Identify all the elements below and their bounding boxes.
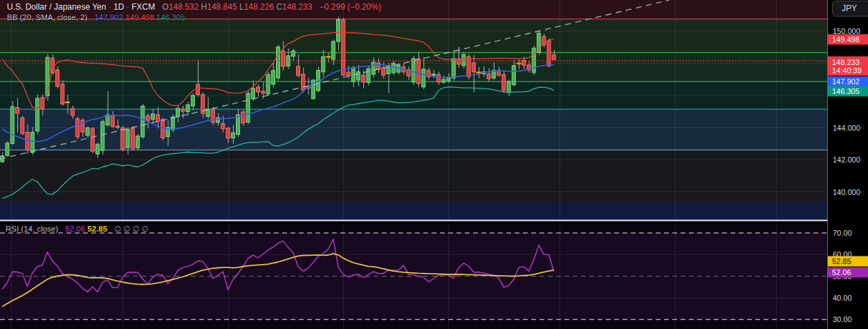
candle-down xyxy=(61,84,64,104)
candle-down xyxy=(487,74,490,79)
bb-values: 147.902 149.498 146.305 xyxy=(95,13,185,21)
candle-down xyxy=(382,68,385,75)
candle-down xyxy=(121,128,124,149)
candle-up xyxy=(86,128,89,135)
candle-down xyxy=(211,110,214,122)
bb-legend[interactable]: BB (20, SMA, close, 2) 147.902 149.498 1… xyxy=(7,13,185,21)
candle-down xyxy=(547,41,551,66)
candle-up xyxy=(271,70,275,84)
candle-up xyxy=(176,109,180,117)
candle-up xyxy=(412,59,415,82)
candle-down xyxy=(377,63,380,70)
rsi-legend[interactable]: RSI (14, close) 52.06 52.85 ∅ ∅ ∅ ∅ xyxy=(6,224,149,234)
candle-down xyxy=(467,57,470,77)
candle-down xyxy=(342,20,345,75)
ohlc-value: 148.532 xyxy=(169,2,198,12)
candle-up xyxy=(231,133,234,138)
candle-up xyxy=(10,106,14,143)
candle-up xyxy=(422,69,425,87)
axis-price-label: 140.000 xyxy=(833,188,860,196)
ohlc-values: O148.532 H148.845 L148.226 C148.233 xyxy=(163,2,315,12)
candle-down xyxy=(131,129,134,149)
candle-down xyxy=(362,75,365,82)
candle-down xyxy=(156,115,160,122)
axis-price-label: 142.000 xyxy=(833,156,860,164)
axis-price-label: 40.00 xyxy=(833,294,852,302)
indicator-price-badge: 146.305 xyxy=(828,86,868,97)
price-axis[interactable]: JPY 150.000144.000142.000140.00070.0060.… xyxy=(827,0,868,329)
candle-down xyxy=(472,63,475,72)
candle-down xyxy=(297,66,300,75)
ohlc-o: O148.532 xyxy=(163,2,201,12)
candle-up xyxy=(126,129,129,148)
rsi-value: 52.85 xyxy=(87,225,109,233)
change-value: −0.299 (−0.20%) xyxy=(320,2,381,12)
symbol-legend[interactable]: U.S. Dollar / Japanese Yen · 1D · FXCM O… xyxy=(7,2,381,12)
candle-up xyxy=(136,136,140,148)
candle-up xyxy=(357,72,360,80)
candle-down xyxy=(261,91,265,93)
candle-up xyxy=(186,105,190,112)
candle-down xyxy=(226,128,230,138)
candle-up xyxy=(337,19,340,41)
symbol-title[interactable]: U.S. Dollar / Japanese Yen xyxy=(7,2,106,12)
candle-down xyxy=(26,132,29,150)
candle-up xyxy=(30,132,34,152)
rsi-label[interactable]: RSI (14, close) xyxy=(6,225,58,233)
candle-down xyxy=(161,120,165,138)
candle-up xyxy=(367,68,370,82)
exchange-label[interactable]: FXCM xyxy=(131,2,155,12)
ohlc-key: C xyxy=(276,2,282,12)
zone-navy xyxy=(0,201,827,220)
candle-down xyxy=(417,59,421,84)
candle-up xyxy=(371,62,375,74)
candle-down xyxy=(347,72,350,75)
candle-up xyxy=(141,106,145,137)
candle-up xyxy=(96,144,100,154)
candle-up xyxy=(277,47,280,78)
candle-down xyxy=(221,124,225,129)
candle-up xyxy=(6,143,9,156)
countdown-timer: 14:40:39 xyxy=(832,66,862,75)
candle-up xyxy=(391,63,395,73)
candle-down xyxy=(181,109,185,111)
axis-price-label: 144.000 xyxy=(833,124,860,132)
candle-down xyxy=(146,116,149,121)
chart-plot-area[interactable] xyxy=(0,0,827,329)
interval-label[interactable]: 1D xyxy=(113,2,124,12)
pane-separator xyxy=(0,220,827,221)
candle-up xyxy=(151,114,154,120)
candle-down xyxy=(542,37,546,45)
trading-chart-app: U.S. Dollar / Japanese Yen · 1D · FXCM O… xyxy=(0,0,868,329)
ohlc-key: H xyxy=(201,2,207,12)
candle-up xyxy=(106,115,109,125)
axis-price-label: 30.00 xyxy=(833,315,852,323)
bb-label[interactable]: BB (20, SMA, close, 2) xyxy=(7,13,87,21)
rsi-value-badge: 52.06 xyxy=(828,267,868,278)
ohlc-c: C148.233 xyxy=(276,2,314,12)
candle-up xyxy=(266,75,270,94)
candle-up xyxy=(36,98,39,131)
candle-up xyxy=(291,51,295,57)
candle-down xyxy=(437,75,441,82)
ohlc-value: 148.845 xyxy=(207,2,237,12)
candle-down xyxy=(21,118,24,134)
candle-down xyxy=(111,115,114,126)
bb-value: 146.305 xyxy=(156,13,185,21)
ohlc-value: 148.226 xyxy=(244,2,274,12)
bb-value: 147.902 xyxy=(95,13,126,21)
candle-down xyxy=(56,70,59,86)
currency-toggle-button[interactable]: JPY xyxy=(832,1,868,17)
candle-down xyxy=(552,55,555,59)
indicator-price-badge: 149.498 xyxy=(828,35,868,45)
candle-down xyxy=(196,84,200,95)
candle-down xyxy=(71,109,74,115)
candle-down xyxy=(502,75,506,91)
candle-up xyxy=(101,122,104,151)
zone-green-1 xyxy=(0,19,827,53)
candle-up xyxy=(191,95,194,106)
candle-up xyxy=(331,41,335,59)
candle-down xyxy=(16,107,19,113)
ohlc-l: L148.226 xyxy=(239,2,276,12)
candle-up xyxy=(322,57,325,72)
